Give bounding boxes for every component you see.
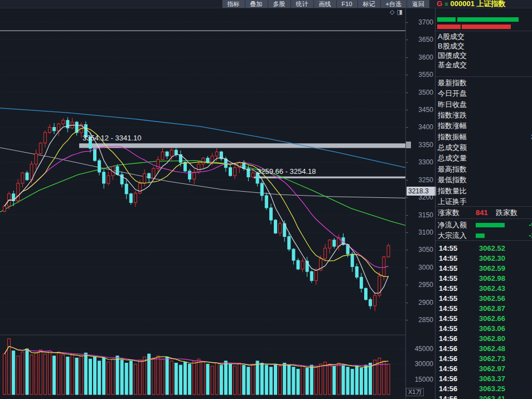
bear-strength-bar xyxy=(462,25,511,29)
tick-time: 14:55 xyxy=(439,304,457,314)
index-stat-row-label: 指数涨跌 xyxy=(438,110,467,120)
tick-price: 3062.43 xyxy=(479,284,505,294)
index-stat-row: 最新指数3 xyxy=(436,78,532,87)
panel-divider xyxy=(436,218,532,219)
volume-unit-label: X1万 xyxy=(406,388,424,396)
menu-item-8[interactable]: 返回 xyxy=(407,0,429,8)
axis-tick xyxy=(406,40,408,40)
menu-item-7[interactable]: +自选 xyxy=(380,0,407,8)
list-icon: ≡ xyxy=(444,1,448,7)
index-stat-row: 指数量比 xyxy=(436,186,532,196)
tick-row: 14:563062.97 xyxy=(436,364,532,374)
quote-panel: 涨家数 841 跌家数 A股成交338B股成交国债成交1513基金成交89最新指… xyxy=(435,0,532,399)
tick-time: 14:55 xyxy=(439,284,457,294)
index-stat-row-label: 最高指数 xyxy=(438,164,467,174)
index-stat-row: 最低指数3 xyxy=(436,175,532,184)
volume-axis-label: 30000 xyxy=(415,360,433,368)
price-axis-label: 3700 xyxy=(418,18,433,26)
advancers-label: 涨家数 xyxy=(438,207,460,218)
toolbar: 指标叠加多股统计画线F10标记+自选返回 G≡000001 上证指数 xyxy=(0,0,532,8)
index-stat-row-label: 指数涨幅 xyxy=(438,121,467,130)
menu-item-4[interactable]: 画线 xyxy=(313,0,336,8)
bear-strength-bar xyxy=(437,25,461,29)
fund-flow-row: 大宗流入-27.57 xyxy=(436,230,532,241)
tick-price: 3062.30 xyxy=(479,254,505,264)
price-axis: 3218.3 370036503600355035003450340033503… xyxy=(405,0,436,399)
stock-name: 上证指数 xyxy=(477,0,506,8)
index-stat-row-label: 指数振幅 xyxy=(438,132,467,142)
price-axis-label: 3400 xyxy=(418,123,433,131)
tick-row: 14:553062.59 xyxy=(436,264,532,274)
volume-axis-label: 15000 xyxy=(415,376,433,383)
split-view-icon[interactable]: ◨ xyxy=(396,8,404,15)
index-stat-row-label: 最新指数 xyxy=(438,78,467,87)
current-price-tag: 3218.3 xyxy=(407,187,436,196)
tick-time: 14:56 xyxy=(439,374,457,384)
bull-strength-bar xyxy=(437,17,456,22)
gridlines xyxy=(0,22,405,379)
fund-flow-label: 大宗流入 xyxy=(438,230,467,241)
volume-axis-label: 45000 xyxy=(415,345,433,353)
fund-flow-row: 净流入额-97.83 xyxy=(436,220,532,230)
tick-price: 3062.52 xyxy=(479,244,505,254)
index-stat-row-label: 今日开盘 xyxy=(438,89,467,98)
menu-item-5[interactable]: F10 xyxy=(336,0,357,8)
kline-chart[interactable] xyxy=(0,0,405,399)
axis-tick xyxy=(406,250,408,250)
axis-tick xyxy=(406,320,408,320)
index-stat-row: 指数振幅30.82 xyxy=(436,132,532,142)
index-stat-row: 今日开盘3 xyxy=(436,89,532,98)
menu-item-1[interactable]: 叠加 xyxy=(245,0,268,8)
tick-time: 14:55 xyxy=(439,264,457,274)
fund-flow-label: 净流入额 xyxy=(438,220,467,230)
zone-drag-handle[interactable] xyxy=(406,142,411,148)
index-stat-row-label: 总成交额 xyxy=(438,143,467,152)
market-turnover-row-label: 国债成交 xyxy=(438,51,467,60)
diamond-icon[interactable]: ◇ xyxy=(390,8,396,15)
price-axis-label: 3300 xyxy=(418,158,433,166)
tick-row: 14:563062.48 xyxy=(436,344,532,354)
price-axis-label: 3600 xyxy=(418,53,433,61)
ma-line-gray xyxy=(0,148,405,198)
price-zone-annotation-2[interactable]: 3259.66 - 3254.18 xyxy=(257,167,316,176)
ma-line-magenta xyxy=(4,146,389,267)
menu-item-2[interactable]: 多股 xyxy=(268,0,291,8)
tick-row: 14:563063.41 xyxy=(436,394,532,399)
tick-row: 14:563063.37 xyxy=(436,374,532,384)
market-turnover-row-label: A股成交 xyxy=(438,32,465,41)
market-breadth-row: 涨家数 841 跌家数 xyxy=(436,207,532,218)
price-axis-label: 3150 xyxy=(418,211,433,219)
market-turnover-row: B股成交 xyxy=(436,41,532,51)
index-stat-row: 昨日收盘3 xyxy=(436,100,532,109)
tick-price: 3063.06 xyxy=(479,324,505,334)
tick-price: 3062.98 xyxy=(479,274,505,284)
price-axis-label: 3250 xyxy=(418,176,433,184)
axis-tick xyxy=(406,127,408,128)
price-axis-label: 3350 xyxy=(418,141,433,149)
menu-item-3[interactable]: 统计 xyxy=(291,0,313,8)
menu-item-6[interactable]: 标记 xyxy=(357,0,380,8)
quote-header[interactable]: G≡000001 上证指数 xyxy=(437,0,506,8)
tick-time: 14:55 xyxy=(439,294,457,304)
market-turnover-row: 国债成交1513 xyxy=(436,51,532,60)
tick-list[interactable]: 14:553062.5214:553062.3014:553062.5914:5… xyxy=(436,244,532,399)
advancers-value: 841 xyxy=(476,207,488,218)
stock-code: 000001 xyxy=(451,0,475,8)
price-zone-annotation-1[interactable]: 3354.12 - 3341.10 xyxy=(83,134,142,142)
price-axis-label: 3000 xyxy=(418,264,433,271)
price-axis-label: 3550 xyxy=(418,71,433,79)
tick-price: 3062.73 xyxy=(479,354,505,364)
axis-tick xyxy=(406,22,408,23)
menu-item-0[interactable]: 指标 xyxy=(222,0,245,8)
price-axis-label: 2850 xyxy=(418,316,433,324)
ma-line-green xyxy=(0,160,405,225)
index-stat-row-label: 昨日收盘 xyxy=(438,100,467,109)
tick-row: 14:553062.52 xyxy=(436,244,532,254)
market-turnover-row: A股成交338 xyxy=(436,32,532,41)
tick-time: 14:55 xyxy=(439,244,457,254)
axis-tick xyxy=(406,197,408,198)
tick-row: 14:553062.56 xyxy=(436,294,532,304)
index-stat-row: 上证换手 xyxy=(436,197,532,206)
tick-price: 3062.97 xyxy=(479,364,505,374)
index-stat-row: 指数涨跌 xyxy=(436,110,532,120)
